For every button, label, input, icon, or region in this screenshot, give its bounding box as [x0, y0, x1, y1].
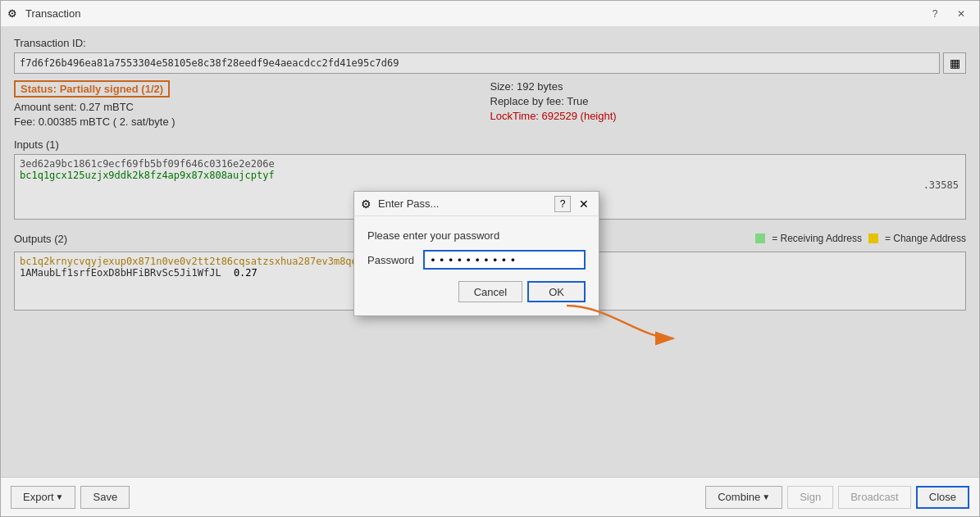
close-window-button[interactable]: ✕ — [950, 6, 973, 22]
save-button[interactable]: Save — [80, 486, 130, 509]
window-controls: ? ✕ — [923, 6, 973, 22]
cancel-button[interactable]: Cancel — [458, 281, 522, 302]
title-bar: ⚙ Transaction ? ✕ — [1, 1, 979, 27]
content-area: Transaction ID: ▦ Status: Partially sign… — [1, 27, 979, 477]
sign-button: Sign — [787, 486, 833, 509]
dialog-prompt: Please enter your password — [367, 229, 586, 242]
close-button[interactable]: Close — [916, 486, 969, 509]
dialog-icon: ⚙ — [361, 197, 371, 211]
password-field-row: Password — [367, 250, 586, 270]
toolbar: Export ▼ Save Combine ▼ Sign Broadcast C… — [1, 477, 979, 516]
dialog-title: Enter Pass... — [378, 197, 549, 210]
dialog-body: Please enter your password Password Canc… — [354, 216, 599, 315]
export-dropdown-icon: ▼ — [56, 492, 64, 501]
toolbar-left: Export ▼ Save — [11, 486, 700, 509]
dialog-buttons: Cancel OK — [367, 281, 586, 302]
ok-button[interactable]: OK — [527, 281, 586, 302]
help-button[interactable]: ? — [923, 6, 946, 22]
app-icon: ⚙ — [7, 7, 21, 20]
password-label: Password — [367, 254, 417, 266]
password-input[interactable] — [423, 250, 586, 270]
combine-button[interactable]: Combine ▼ — [705, 486, 782, 509]
toolbar-right: Combine ▼ Sign Broadcast Close — [705, 486, 969, 509]
combine-dropdown-icon: ▼ — [762, 492, 770, 501]
main-window: ⚙ Transaction ? ✕ Transaction ID: ▦ Stat… — [0, 0, 980, 517]
export-button[interactable]: Export ▼ — [11, 486, 75, 509]
dialog-close-button[interactable]: ✕ — [576, 196, 592, 212]
broadcast-button: Broadcast — [838, 486, 911, 509]
window-title: Transaction — [25, 7, 923, 20]
password-dialog: ⚙ Enter Pass... ? ✕ Please enter your pa… — [353, 191, 599, 316]
dialog-help-button[interactable]: ? — [554, 196, 571, 212]
dialog-title-bar: ⚙ Enter Pass... ? ✕ — [354, 192, 599, 216]
